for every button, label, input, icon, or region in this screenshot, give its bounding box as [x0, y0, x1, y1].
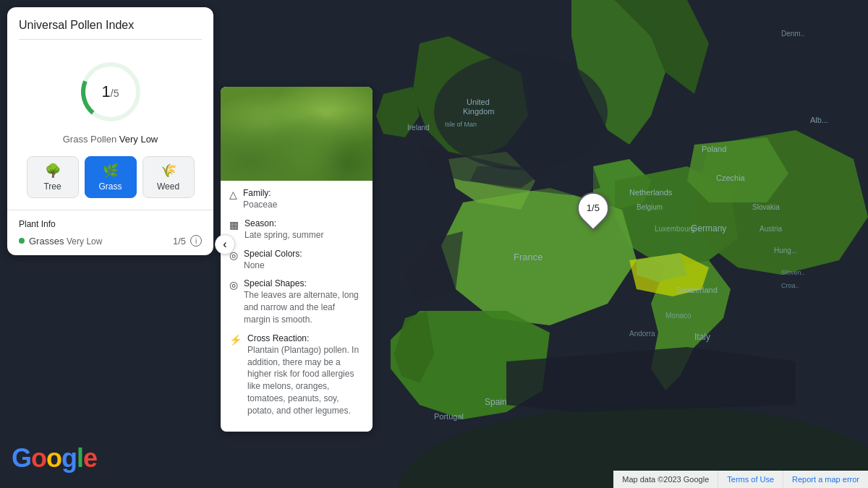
weed-icon: 🌾 — [161, 163, 176, 179]
google-logo: Google — [12, 443, 97, 474]
map-marker[interactable]: 1/5 — [577, 192, 609, 224]
pollen-type-tabs: 🌳 Tree 🌿 Grass 🌾 Weed — [7, 156, 213, 210]
map-copyright: Map data ©2023 Google — [613, 471, 718, 488]
svg-text:Belgium: Belgium — [637, 203, 663, 211]
panel-title: Universal Pollen Index — [19, 19, 202, 32]
cross-reaction-icon: ⚡ — [229, 334, 242, 346]
plant-info-label: Plant Info — [19, 219, 202, 229]
header-divider — [19, 39, 202, 40]
detail-family: △ Family: Poaceae — [229, 188, 364, 211]
marker-value: 1/5 — [587, 202, 600, 214]
svg-text:Slovakia: Slovakia — [752, 203, 780, 211]
svg-text:Ireland: Ireland — [407, 124, 430, 132]
plant-name: Grasses Very Low — [29, 236, 169, 247]
terms-of-use[interactable]: Terms of Use — [718, 471, 783, 488]
tab-weed[interactable]: 🌾 Weed — [142, 156, 195, 198]
gauge-value: 1/5 — [102, 82, 119, 101]
svg-text:Croa..: Croa.. — [781, 282, 799, 289]
collapse-panel-button[interactable]: ‹ — [215, 234, 235, 254]
grass-icon: 🌿 — [103, 163, 119, 179]
svg-text:Netherlands: Netherlands — [629, 188, 673, 197]
plant-image — [221, 87, 373, 181]
svg-point-3 — [434, 54, 608, 170]
detail-cross-reaction: ⚡ Cross Reaction: Plantain (Plantago) po… — [229, 333, 364, 417]
grass-texture — [221, 87, 373, 181]
svg-text:United: United — [467, 98, 490, 106]
tab-grass[interactable]: 🌿 Grass — [85, 156, 137, 198]
shapes-icon: ◎ — [229, 279, 238, 291]
pollen-index-panel: Universal Pollen Index 1/5 Grass Pollen … — [7, 7, 213, 255]
svg-text:Monaco: Monaco — [665, 312, 692, 320]
svg-text:Luxembourg: Luxembourg — [655, 225, 695, 233]
svg-text:France: France — [514, 252, 542, 262]
svg-text:Isle of Man: Isle of Man — [445, 121, 477, 128]
detail-special-colors: ◎ Special Colors: None — [229, 249, 364, 272]
status-dot — [19, 238, 25, 244]
plant-detail-panel: △ Family: Poaceae ▦ Season: Late spring,… — [221, 87, 373, 432]
pollen-status: Grass Pollen Very Low — [63, 134, 158, 145]
detail-content: △ Family: Poaceae ▦ Season: Late spring,… — [221, 181, 373, 432]
svg-text:Spain: Spain — [485, 397, 507, 407]
season-icon: ▦ — [229, 219, 239, 231]
detail-special-shapes: ◎ Special Shapes: The leaves are alterna… — [229, 278, 364, 325]
svg-text:Czechia: Czechia — [716, 174, 746, 182]
pollen-gauge: 1/5 — [75, 56, 147, 128]
plant-info-section: Plant Info Grasses Very Low 1/5 i — [7, 210, 213, 255]
svg-text:Sloven..: Sloven.. — [781, 269, 805, 276]
svg-text:Portugal: Portugal — [434, 412, 464, 421]
svg-text:Hung...: Hung... — [774, 247, 797, 254]
gauge-container: 1/5 Grass Pollen Very Low — [7, 56, 213, 156]
svg-text:Kingdom: Kingdom — [463, 107, 494, 116]
panel-header: Universal Pollen Index — [7, 7, 213, 56]
svg-text:Austria: Austria — [760, 225, 783, 233]
plant-score: 1/5 — [173, 236, 186, 247]
svg-text:Switzerland: Switzerland — [676, 286, 718, 294]
svg-text:Poland: Poland — [702, 145, 726, 153]
svg-text:Denm..: Denm.. — [781, 30, 804, 38]
plant-row: Grasses Very Low 1/5 i — [19, 235, 202, 247]
tab-tree[interactable]: 🌳 Tree — [27, 156, 79, 198]
svg-text:Italy: Italy — [694, 332, 710, 342]
svg-text:Alb...: Alb... — [810, 116, 828, 124]
family-icon: △ — [229, 189, 237, 200]
map-footer: Map data ©2023 Google Terms of Use Repor… — [613, 471, 868, 488]
detail-season: ▦ Season: Late spring, summer — [229, 218, 364, 241]
report-error[interactable]: Report a map error — [783, 471, 868, 488]
svg-text:Andorra: Andorra — [629, 330, 655, 338]
chevron-left-icon: ‹ — [223, 238, 226, 251]
tree-icon: 🌳 — [45, 163, 61, 179]
info-icon[interactable]: i — [190, 235, 202, 247]
svg-text:Germany: Germany — [691, 223, 726, 234]
